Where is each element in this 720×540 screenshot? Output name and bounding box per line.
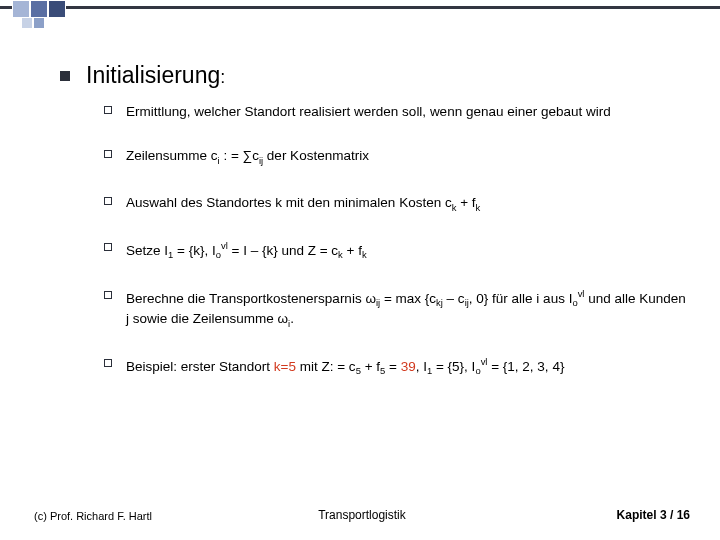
footer-page: 16 xyxy=(677,508,690,522)
bullet-outline-icon xyxy=(104,106,112,114)
footer-left: (c) Prof. Richard F. Hartl xyxy=(34,510,152,522)
list-item-text: Zeilensumme ci : = ∑cij der Kostenmatrix xyxy=(126,147,369,167)
list-item: Auswahl des Standortes k mit den minimal… xyxy=(104,194,690,214)
list-item-text: Setze I1 = {k}, Iovl = I – {k} und Z = c… xyxy=(126,240,367,262)
heading: Initialisierung: xyxy=(86,62,225,89)
header-strip xyxy=(0,6,720,9)
bullet-outline-icon xyxy=(104,359,112,367)
footer-chapter: Kapitel 3 / xyxy=(617,508,677,522)
footer-right: Kapitel 3 / 16 xyxy=(617,508,690,522)
list-item: Setze I1 = {k}, Iovl = I – {k} und Z = c… xyxy=(104,240,690,262)
heading-row: Initialisierung: xyxy=(60,62,690,89)
bullet-outline-icon xyxy=(104,243,112,251)
list-item-text: Berechne die Transportkostenersparnis ωi… xyxy=(126,288,690,330)
list-item-text: Beispiel: erster Standort k=5 mit Z: = c… xyxy=(126,356,564,378)
deco-square xyxy=(12,0,30,18)
footer: Transportlogistik (c) Prof. Richard F. H… xyxy=(34,508,690,522)
deco-square xyxy=(33,17,45,29)
heading-text: Initialisierung xyxy=(86,62,220,88)
bullet-square-icon xyxy=(60,71,70,81)
bullet-outline-icon xyxy=(104,197,112,205)
header-decoration xyxy=(0,0,720,34)
list-item: Zeilensumme ci : = ∑cij der Kostenmatrix xyxy=(104,147,690,167)
slide: Initialisierung: Ermittlung, welcher Sta… xyxy=(0,0,720,540)
list-item-text: Auswahl des Standortes k mit den minimal… xyxy=(126,194,480,214)
list-item: Berechne die Transportkostenersparnis ωi… xyxy=(104,288,690,330)
content-area: Initialisierung: Ermittlung, welcher Sta… xyxy=(60,62,690,404)
heading-colon: : xyxy=(220,67,225,87)
deco-square xyxy=(48,0,66,18)
bullet-outline-icon xyxy=(104,150,112,158)
list-item-text: Ermittlung, welcher Standort realisiert … xyxy=(126,103,611,121)
deco-square xyxy=(21,17,33,29)
deco-square xyxy=(30,0,48,18)
bullet-outline-icon xyxy=(104,291,112,299)
item-list: Ermittlung, welcher Standort realisiert … xyxy=(104,103,690,378)
list-item: Ermittlung, welcher Standort realisiert … xyxy=(104,103,690,121)
list-item: Beispiel: erster Standort k=5 mit Z: = c… xyxy=(104,356,690,378)
